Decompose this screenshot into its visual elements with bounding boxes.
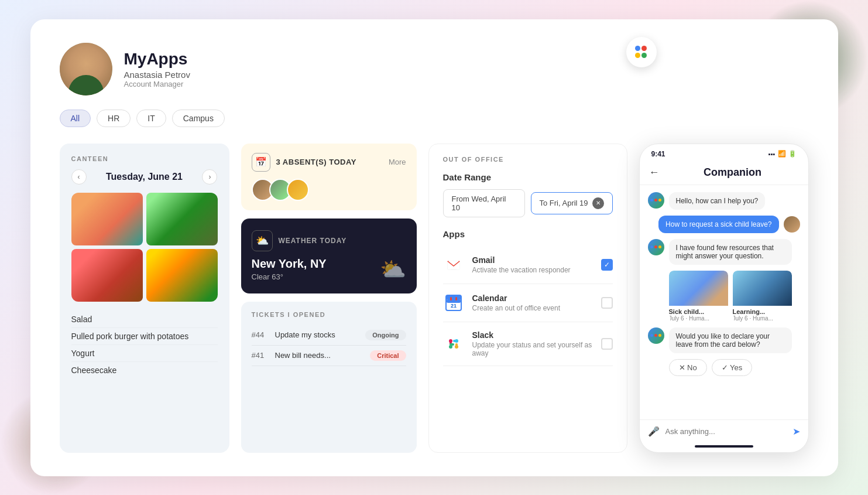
resource-img-2 (733, 271, 792, 306)
dot-red-3 (654, 334, 657, 337)
tab-all[interactable]: All (60, 110, 91, 127)
food-image-1 (71, 193, 143, 245)
resource-meta-1: July 6 · Huma... (669, 315, 728, 322)
resource-img-1 (669, 271, 728, 306)
food-image-4 (146, 249, 218, 302)
header: MyApps Anastasia Petrov Account Manager (60, 43, 809, 95)
bot-bubble-3: Would you like to declare your leave fro… (669, 327, 792, 353)
current-date: Tuesday, June 21 (106, 172, 183, 182)
ticket-title-1: Update my stocks (275, 330, 360, 339)
slack-desc: Update your status and set yourself as a… (472, 341, 593, 357)
canteen-panel: CANTEEN ‹ Tuesday, June 21 › Salad Pulle… (60, 144, 229, 453)
app-item-calendar: 21 Calendar Create an out of office even… (443, 284, 613, 322)
yn-buttons: ✕ No ✓ Yes (669, 359, 792, 376)
calendar-app-icon: 21 (443, 292, 464, 313)
bot-bubble-2: I have found few resources that might an… (669, 239, 792, 265)
phone-input-bar: 🎤 ➤ (640, 419, 808, 445)
companion-title: Companion (667, 166, 799, 179)
user-chat-avatar (784, 216, 800, 233)
out-of-office-panel: OUT OF OFFICE Date Range From Wed, April… (428, 144, 627, 453)
prev-date-button[interactable]: ‹ (71, 169, 87, 185)
food-image-3 (71, 249, 143, 302)
filter-tabs: All HR IT Campus (60, 110, 809, 127)
calendar-name: Calendar (472, 293, 593, 303)
ticket-id-1: #44 (252, 330, 269, 339)
weather-description: Clear 63° (252, 272, 327, 281)
send-button[interactable]: ➤ (792, 426, 800, 437)
weather-card: ⛅ WEATHER TODAY New York, NY Clear 63° ⛅ (241, 219, 417, 293)
yes-button[interactable]: ✓ Yes (712, 359, 753, 376)
slack-checkbox[interactable] (601, 338, 613, 350)
mic-icon[interactable]: 🎤 (648, 426, 660, 437)
tickets-card: TICKETS I OPENED #44 Update my stocks On… (241, 302, 417, 453)
user-role: Account Manager (124, 80, 809, 88)
google-fab[interactable] (626, 37, 657, 67)
bot-icon-3 (650, 334, 661, 337)
apps-label: Apps (443, 229, 613, 239)
battery-icon: 🔋 (788, 150, 797, 158)
resource-card-2[interactable]: Learning... July 6 · Huma... (733, 271, 792, 322)
home-indicator (695, 445, 753, 448)
svg-text:21: 21 (450, 303, 456, 309)
wifi-icon: 📶 (778, 150, 786, 158)
absent-more-link[interactable]: More (389, 158, 406, 166)
signal-icon: ▪▪▪ (768, 151, 776, 158)
app-item-gmail: Gmail Activate the vacation responder ✓ (443, 246, 613, 284)
tab-hr[interactable]: HR (97, 110, 131, 127)
absent-header: 📅 3 ABSENT(S) TODAY More (252, 153, 406, 172)
weather-content: New York, NY Clear 63° ⛅ (252, 257, 406, 282)
menu-item-4: Cheesecake (71, 362, 218, 378)
gmail-info: Gmail Activate the vacation responder (472, 255, 593, 274)
food-images (71, 193, 218, 302)
canteen-label: CANTEEN (71, 155, 218, 162)
slack-name: Slack (472, 330, 593, 340)
app-title: MyApps (124, 50, 809, 69)
next-date-button[interactable]: › (202, 169, 217, 185)
tab-it[interactable]: IT (136, 110, 166, 127)
date-from-field[interactable]: From Wed, April 10 (443, 189, 525, 217)
calendar-info: Calendar Create an out of office event (472, 293, 593, 312)
gmail-name: Gmail (472, 255, 593, 265)
calendar-checkbox[interactable] (601, 297, 613, 309)
gdot-red (641, 46, 647, 51)
main-container: MyApps Anastasia Petrov Account Manager … (30, 19, 838, 476)
chat-input[interactable] (665, 427, 787, 436)
resource-card-1[interactable]: Sick child... July 6 · Huma... (669, 271, 728, 322)
companion-phone: 9:41 ▪▪▪ 📶 🔋 ← Companion (639, 144, 809, 453)
ticket-id-2: #41 (252, 351, 269, 360)
phone-time: 9:41 (651, 150, 665, 158)
dot-blue (650, 199, 653, 202)
avatar-body (68, 75, 104, 95)
ticket-title-2: New bill needs... (275, 351, 365, 360)
dot-yellow-3 (658, 334, 661, 337)
google-logo (635, 46, 648, 59)
gmail-checkbox[interactable]: ✓ (601, 259, 613, 271)
weather-label: WEATHER TODAY (279, 237, 347, 245)
app-item-slack: Slack Update your status and set yoursel… (443, 322, 613, 366)
dot-yellow (658, 199, 661, 202)
gmail-icon (443, 254, 464, 275)
date-clear-button[interactable]: ✕ (592, 197, 604, 209)
dot-blue-2 (650, 245, 653, 248)
date-nav: ‹ Tuesday, June 21 › (71, 169, 218, 185)
bot-avatar-3 (648, 327, 664, 344)
weather-cloud-icon: ⛅ (380, 257, 406, 282)
user-msg-1: How to request a sick child leave? (648, 216, 800, 233)
date-to-text: To Fri, April 19 (540, 199, 588, 207)
svg-rect-4 (450, 297, 452, 301)
calendar-desc: Create an out of office event (472, 304, 593, 312)
resource-label-1: Sick child... (669, 308, 728, 315)
tab-campus[interactable]: Campus (172, 110, 225, 127)
date-to-field[interactable]: To Fri, April 19 ✕ (531, 192, 613, 214)
date-inputs: From Wed, April 10 To Fri, April 19 ✕ (443, 189, 613, 217)
phone-header: ← Companion (640, 162, 808, 185)
weather-header: ⛅ WEATHER TODAY (252, 230, 406, 251)
gdot-green (641, 53, 647, 58)
absent-avatar-3 (287, 179, 309, 201)
bot-bubble-1: Hello, how can I help you? (669, 192, 766, 210)
back-button[interactable]: ← (649, 166, 660, 179)
out-of-office-label: OUT OF OFFICE (443, 156, 613, 163)
absent-calendar-icon: 📅 (252, 153, 270, 172)
phone-status-bar: 9:41 ▪▪▪ 📶 🔋 (640, 144, 808, 162)
no-button[interactable]: ✕ No (669, 359, 707, 376)
